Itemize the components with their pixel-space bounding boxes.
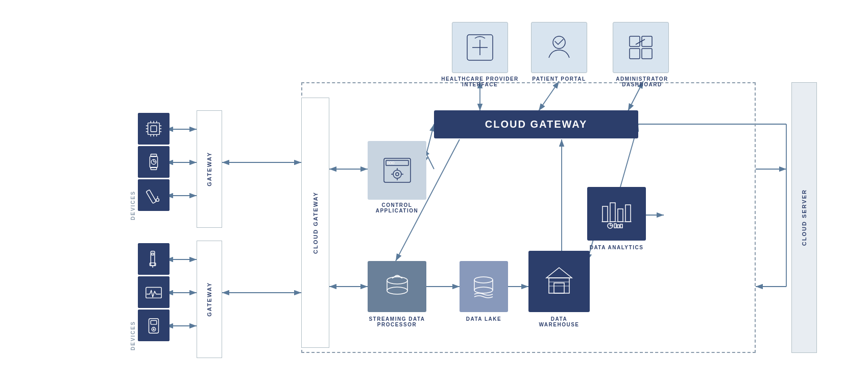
healthcare-provider-box (452, 22, 508, 73)
streaming-processor-box (368, 261, 426, 312)
gateway2-bar: GATEWAY (197, 241, 222, 358)
data-warehouse-label: DATAWAREHOUSE (528, 316, 590, 327)
svg-rect-93 (549, 278, 569, 293)
streaming-processor-label: STREAMING DATAPROCESSOR (363, 316, 431, 327)
device4-injection (138, 243, 170, 275)
svg-rect-53 (151, 126, 156, 131)
svg-rect-38 (642, 49, 652, 59)
svg-rect-98 (610, 203, 615, 222)
cloud-gateway-bar-label: CLOUD GATEWAY (312, 192, 319, 254)
svg-point-82 (390, 162, 391, 164)
svg-rect-67 (146, 288, 161, 298)
svg-rect-35 (630, 36, 640, 46)
healthcare-provider-label: HEALTHCARE PROVIDER INTERFACE (439, 76, 521, 87)
gateway1-bar: GATEWAY (197, 110, 222, 228)
cloud-gateway-title: CLOUD GATEWAY (485, 119, 587, 130)
devices2-label: DEVICES (130, 243, 136, 350)
svg-line-39 (636, 39, 645, 44)
device1-circuit (138, 113, 170, 145)
svg-rect-100 (625, 205, 631, 222)
svg-rect-94 (554, 283, 564, 293)
svg-rect-40 (148, 123, 160, 135)
data-warehouse-box (528, 251, 590, 312)
svg-rect-74 (386, 160, 408, 165)
svg-rect-106 (617, 225, 619, 228)
admin-dashboard-label: ADMINISTRATOR DASHBOARD (605, 76, 679, 87)
device5-ecg (138, 276, 170, 308)
control-application-label: CONTROLAPPLICATION (363, 202, 431, 214)
admin-dashboard-box (613, 22, 669, 73)
diagram-container: HEALTHCARE PROVIDER INTERFACE PATIENT PO… (51, 11, 817, 368)
data-lake-label: DATA LAKE (460, 316, 508, 322)
devices1-label: DEVICES (130, 113, 136, 220)
svg-point-84 (387, 277, 407, 284)
svg-rect-69 (151, 321, 156, 325)
cloud-gateway-header: CLOUD GATEWAY (434, 110, 638, 138)
svg-rect-97 (602, 206, 608, 222)
svg-rect-36 (642, 36, 652, 46)
svg-point-61 (156, 199, 159, 202)
svg-rect-99 (618, 209, 623, 222)
svg-point-83 (392, 162, 394, 164)
svg-rect-107 (620, 224, 622, 228)
device2-smartwatch (138, 146, 170, 178)
data-analytics-label: DATA ANALYTICS (587, 245, 646, 250)
svg-point-81 (387, 162, 389, 164)
device6-glucose (138, 310, 170, 341)
svg-point-88 (474, 277, 493, 283)
cloud-server-label: CLOUD SERVER (801, 189, 807, 246)
gateway1-label: GATEWAY (206, 152, 212, 186)
cloud-server-bar: CLOUD SERVER (791, 82, 817, 353)
svg-point-34 (553, 36, 565, 49)
gateway2-label: GATEWAY (206, 282, 212, 317)
svg-point-91 (474, 287, 493, 293)
cloud-gateway-bar: CLOUD GATEWAY (301, 98, 329, 348)
svg-rect-60 (146, 190, 156, 203)
data-lake-box (460, 261, 508, 312)
svg-rect-105 (614, 224, 616, 228)
control-application-box (368, 141, 426, 200)
svg-point-75 (393, 170, 401, 178)
svg-marker-92 (546, 268, 572, 278)
device3-pen (138, 179, 170, 211)
svg-rect-37 (630, 49, 640, 59)
svg-rect-66 (152, 253, 154, 255)
patient-portal-label: PATIENT PORTAL (531, 76, 587, 82)
svg-point-76 (396, 173, 399, 176)
svg-point-87 (387, 287, 407, 294)
data-analytics-box (587, 187, 646, 241)
patient-portal-box (531, 22, 587, 73)
